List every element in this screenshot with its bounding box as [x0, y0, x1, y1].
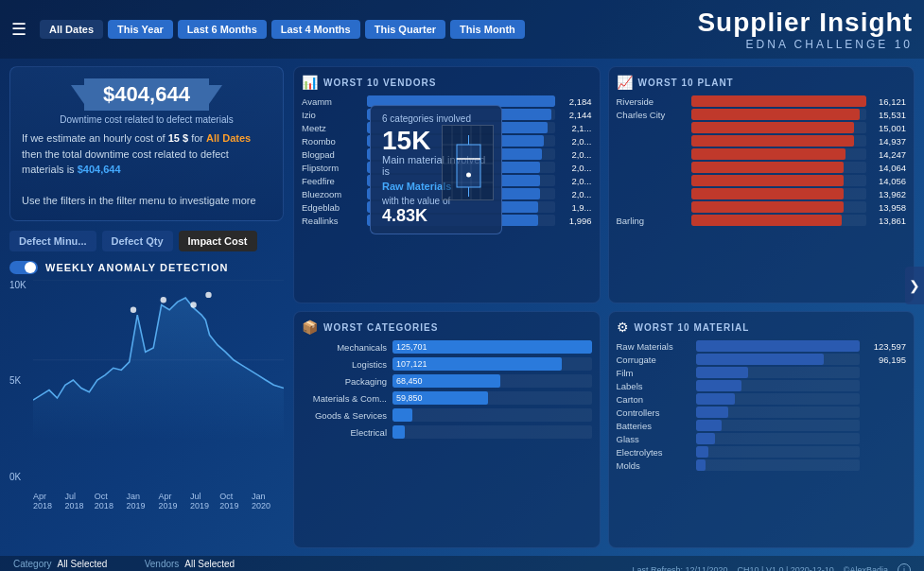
- category-row[interactable]: Logistics 107,121: [302, 357, 592, 371]
- category-row[interactable]: Packaging 68,450: [302, 374, 592, 388]
- material-name: Controllers: [617, 407, 692, 418]
- svg-point-6: [205, 291, 211, 297]
- plant-name: Riverside: [617, 96, 688, 107]
- plant-row[interactable]: 14,937: [617, 135, 907, 147]
- material-row[interactable]: Raw Materials 123,597: [617, 340, 907, 352]
- category-row[interactable]: Goods & Services: [302, 408, 592, 422]
- cost-amount: $404,644: [84, 78, 209, 111]
- date-btn-alldates[interactable]: All Dates: [40, 20, 103, 39]
- date-btn-last6months[interactable]: Last 6 Months: [178, 20, 267, 39]
- material-row[interactable]: Carton: [617, 393, 907, 405]
- material-row[interactable]: Labels: [617, 380, 907, 391]
- materials-title: WORST 10 MATERIAL: [635, 322, 750, 333]
- material-bar-bg: [696, 459, 861, 471]
- chart-area: 10K5K0K: [9, 280, 284, 511]
- date-btn-thisquarter[interactable]: This Quarter: [365, 20, 445, 39]
- plant-value: 14,056: [870, 176, 906, 186]
- y-label: 10K: [9, 280, 33, 290]
- material-list: Raw Materials 123,597 Corrugate 96,195 F…: [617, 340, 907, 471]
- x-label: Jul 2019: [190, 492, 219, 510]
- header-title: Supplier Insight EDNA CHALLENGE 10: [697, 8, 913, 51]
- category-bar: 59,850: [392, 391, 488, 405]
- material-row[interactable]: Corrugate 96,195: [617, 354, 907, 365]
- tabs: Defect Minu...Defect QtyImpact Cost: [9, 231, 284, 251]
- material-bar: [696, 354, 824, 365]
- material-bar: [696, 407, 729, 418]
- material-bar: [696, 393, 736, 405]
- material-bar-bg: [696, 393, 861, 405]
- x-label: Jan 2020: [252, 492, 284, 510]
- category-row[interactable]: Mechanicals 125,701: [302, 340, 592, 354]
- material-row[interactable]: Molds: [617, 459, 907, 471]
- app-subtitle: EDNA CHALLENGE 10: [697, 38, 913, 51]
- category-name: Mechanicals: [302, 342, 387, 353]
- materials-icon: ⚙: [617, 320, 629, 335]
- material-row[interactable]: Batteries: [617, 420, 907, 431]
- material-value: 96,195: [863, 355, 906, 365]
- cost-ribbon: $404,644: [22, 78, 271, 111]
- plant-bar-bg: [691, 135, 867, 147]
- svg-rect-14: [457, 145, 480, 187]
- vendor-value: 2,0...: [559, 136, 592, 147]
- categories-title: WORST CATEGORIES: [323, 322, 438, 333]
- plant-header: 📈 WORST 10 PLANT: [617, 75, 907, 90]
- category-name: Electrical: [302, 427, 387, 438]
- tooltip-value: 4.83K: [382, 206, 490, 226]
- category-row[interactable]: Electrical: [302, 425, 592, 439]
- hourly-cost: 15 $: [168, 132, 188, 144]
- nav-arrow[interactable]: ❯: [905, 267, 924, 304]
- refresh-label: Last Refresh: 12/11/2020: [633, 565, 728, 571]
- tab-defect-qty[interactable]: Defect Qty: [102, 231, 173, 251]
- date-btn-last4months[interactable]: Last 4 Months: [271, 20, 360, 39]
- plant-value: 13,962: [870, 189, 906, 199]
- material-row[interactable]: Controllers: [617, 407, 907, 418]
- plant-row[interactable]: 15,001: [617, 122, 907, 133]
- plant-row[interactable]: 14,056: [617, 175, 907, 186]
- tooltip-categories: 6 categories involved: [382, 113, 490, 124]
- plant-value: 15,531: [870, 110, 906, 120]
- plant-row[interactable]: Riverside 16,121: [617, 95, 907, 107]
- plant-bar: [691, 109, 860, 120]
- svg-point-5: [190, 302, 196, 307]
- category-bar: [392, 408, 412, 422]
- plant-row[interactable]: 14,247: [617, 148, 907, 160]
- anomaly-header: WEEKLY ANOMALY DETECTION: [9, 261, 284, 274]
- plant-row[interactable]: 13,962: [617, 188, 907, 199]
- category-bar-bg: [392, 425, 592, 439]
- plant-bar: [691, 135, 855, 147]
- total-amount: $404,644: [78, 164, 121, 175]
- category-row[interactable]: Materials & Com... 59,850: [302, 391, 592, 405]
- vendors-header: 📊 WORST 10 VENDORS: [302, 75, 592, 90]
- material-row[interactable]: Electrolytes: [617, 446, 907, 458]
- category-name: Materials & Com...: [302, 393, 387, 404]
- category-bar-bg: 107,121: [392, 357, 592, 371]
- filter-val: All Selected: [58, 559, 108, 569]
- date-btn-thisyear[interactable]: This Year: [108, 20, 173, 39]
- material-name: Raw Materials: [617, 341, 692, 352]
- tab-impact-cost[interactable]: Impact Cost: [179, 231, 257, 251]
- desc-1: If we estimate an hourly cost of: [22, 132, 166, 144]
- material-bar: [696, 340, 861, 352]
- y-label: 0K: [9, 472, 33, 482]
- plant-title: WORST 10 PLANT: [638, 78, 734, 88]
- x-label: Oct 2019: [219, 492, 252, 510]
- plant-row[interactable]: 14,064: [617, 162, 907, 173]
- vendor-name: Feedfire: [302, 176, 363, 186]
- plant-row[interactable]: Charles City 15,531: [617, 109, 907, 120]
- plant-row[interactable]: Barling 13,861: [617, 215, 907, 226]
- material-bar-bg: [696, 446, 861, 458]
- version-label: CH10 | V1.0 | 2020-12-10: [738, 565, 834, 571]
- material-name: Labels: [617, 381, 692, 391]
- plant-value: 14,064: [870, 163, 906, 173]
- svg-point-4: [161, 297, 166, 303]
- plant-value: 14,937: [870, 136, 906, 147]
- tab-defect-minu...[interactable]: Defect Minu...: [9, 231, 96, 251]
- plant-row[interactable]: 13,958: [617, 201, 907, 213]
- category-bar: [392, 425, 405, 439]
- info-icon[interactable]: i: [898, 563, 911, 571]
- menu-icon[interactable]: ☰: [11, 19, 26, 40]
- date-btn-thismonth[interactable]: This Month: [450, 20, 525, 39]
- anomaly-toggle[interactable]: [9, 261, 38, 274]
- material-row[interactable]: Glass: [617, 433, 907, 444]
- material-row[interactable]: Film: [617, 367, 907, 378]
